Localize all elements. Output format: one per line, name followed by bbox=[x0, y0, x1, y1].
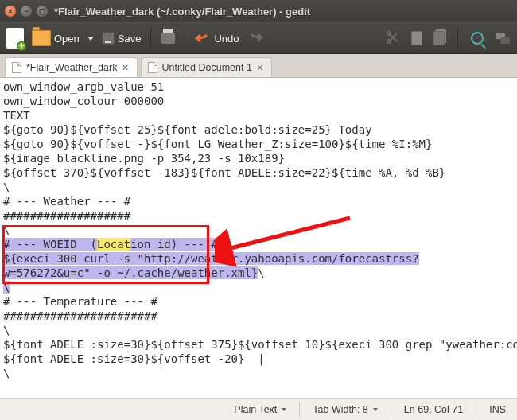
new-document-icon bbox=[6, 28, 24, 49]
find-button[interactable] bbox=[471, 32, 484, 45]
copy-icon bbox=[411, 31, 422, 45]
position-label: Ln 69, Col 71 bbox=[404, 404, 463, 415]
window-minimize-button[interactable]: – bbox=[21, 6, 32, 17]
tab-label: *Flair_Weather_dark bbox=[26, 62, 117, 73]
redo-button[interactable] bbox=[247, 32, 263, 45]
floppy-disk-icon bbox=[102, 32, 115, 45]
cursor-position: Ln 69, Col 71 bbox=[393, 404, 474, 415]
undo-button[interactable]: Undo bbox=[195, 33, 239, 45]
open-label: Open bbox=[54, 33, 80, 45]
chevron-down-icon bbox=[87, 37, 94, 41]
scissors-icon bbox=[386, 30, 400, 47]
print-button[interactable] bbox=[161, 33, 175, 44]
window-title: *Flair_Weather_dark (~/.conky/Flair_Weat… bbox=[54, 6, 512, 18]
find-replace-icon bbox=[495, 32, 511, 45]
tab-flair-weather[interactable]: *Flair_Weather_dark × bbox=[5, 57, 138, 77]
folder-icon bbox=[32, 30, 51, 46]
statusbar-separator bbox=[391, 402, 391, 417]
close-tab-icon[interactable]: × bbox=[122, 62, 128, 73]
tab-label: Untitled Document 1 bbox=[162, 62, 252, 73]
search-icon bbox=[471, 32, 484, 45]
undo-icon bbox=[195, 33, 211, 44]
toolbar-separator bbox=[150, 28, 151, 49]
new-document-button[interactable] bbox=[6, 28, 24, 49]
undo-label: Undo bbox=[214, 33, 239, 45]
tab-width-selector[interactable]: Tab Width: 8 bbox=[301, 404, 388, 415]
find-replace-button[interactable] bbox=[495, 32, 511, 45]
clipboard-icon bbox=[433, 31, 445, 45]
ins-label: INS bbox=[489, 404, 506, 415]
chevron-down-icon bbox=[282, 408, 286, 411]
tab-width-label: Tab Width: 8 bbox=[313, 404, 367, 415]
window-controls: × – ▢ bbox=[5, 6, 48, 17]
document-tabstrip: *Flair_Weather_dark × Untitled Document … bbox=[0, 54, 517, 78]
svg-line-4 bbox=[224, 218, 350, 250]
window-titlebar: × – ▢ *Flair_Weather_dark (~/.conky/Flai… bbox=[0, 0, 517, 22]
redo-icon bbox=[247, 32, 263, 45]
close-tab-icon[interactable]: × bbox=[257, 62, 263, 73]
insert-mode-indicator[interactable]: INS bbox=[478, 404, 517, 415]
syntax-label: Plain Text bbox=[234, 404, 277, 415]
copy-button[interactable] bbox=[411, 31, 422, 45]
tab-untitled[interactable]: Untitled Document 1 × bbox=[141, 57, 272, 77]
document-icon bbox=[12, 62, 21, 73]
paste-button[interactable] bbox=[433, 31, 445, 45]
document-icon bbox=[148, 62, 157, 73]
toolbar-separator bbox=[457, 28, 458, 49]
syntax-selector[interactable]: Plain Text bbox=[223, 404, 297, 415]
printer-icon bbox=[161, 33, 175, 44]
toolbar-separator bbox=[185, 28, 185, 49]
open-menu-dropdown[interactable] bbox=[87, 37, 94, 41]
save-button[interactable]: Save bbox=[102, 32, 142, 45]
window-maximize-button[interactable]: ▢ bbox=[37, 6, 48, 17]
statusbar-separator bbox=[299, 402, 300, 417]
save-label: Save bbox=[118, 33, 142, 45]
cut-button[interactable] bbox=[386, 30, 400, 47]
open-button[interactable]: Open bbox=[32, 30, 80, 46]
chevron-down-icon bbox=[373, 408, 378, 411]
main-toolbar: Open Save Undo bbox=[0, 22, 517, 54]
svg-rect-3 bbox=[500, 37, 510, 44]
text-editor[interactable]: own_window_argb_value 51 own_window_colo… bbox=[0, 78, 517, 393]
statusbar: Plain Text Tab Width: 8 Ln 69, Col 71 IN… bbox=[0, 398, 517, 420]
window-close-button[interactable]: × bbox=[5, 6, 16, 17]
statusbar-separator bbox=[476, 402, 476, 417]
